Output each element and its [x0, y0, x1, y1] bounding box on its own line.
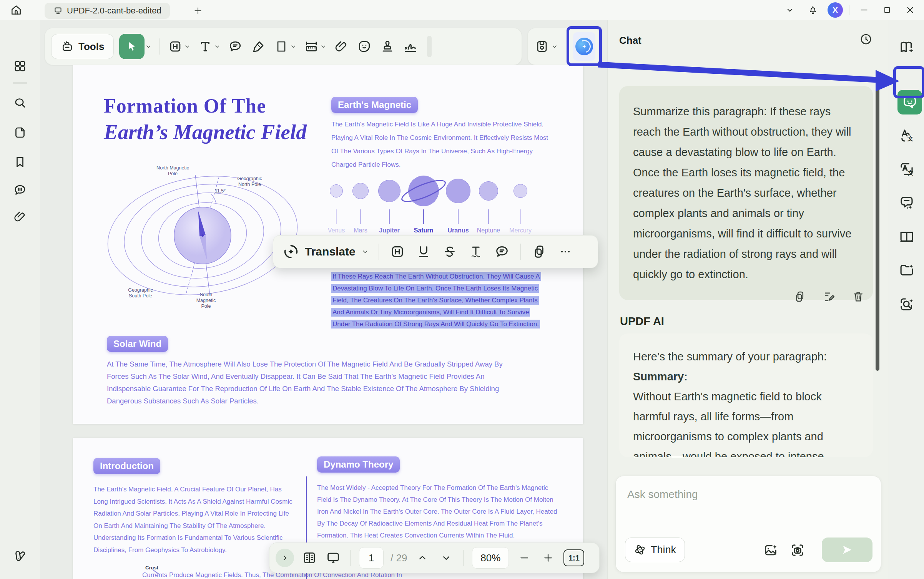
selected-paragraph[interactable]: If These Rays Reach The Earth Without Ob…: [331, 270, 543, 330]
translate-button[interactable]: Translate: [283, 243, 369, 260]
user-message-bubble: Summarize this paragraph: If these rays …: [619, 86, 873, 300]
home-button[interactable]: [5, 0, 27, 20]
selbar-heading-button[interactable]: [388, 241, 407, 262]
chat-input[interactable]: Ask something: [627, 488, 698, 501]
translate-page-button[interactable]: [898, 161, 915, 178]
label-geographic-north-pole: Geographic North Pole: [231, 176, 268, 187]
text-tool-button[interactable]: [196, 35, 214, 58]
expand-bar-button[interactable]: [276, 549, 294, 567]
two-page-icon: [302, 551, 317, 565]
bookmarks-panel-button[interactable]: [12, 154, 28, 170]
zoom-in-button[interactable]: [540, 548, 557, 567]
heading-tool-button[interactable]: [166, 35, 184, 58]
page-number-input[interactable]: 1: [359, 547, 384, 569]
measure-tool-button[interactable]: [302, 35, 320, 58]
previous-page-button[interactable]: [414, 548, 431, 567]
selbar-underline-button[interactable]: [414, 241, 433, 262]
two-page-view-button[interactable]: [301, 548, 318, 567]
screenshot-button[interactable]: [789, 542, 806, 558]
ai-write-button[interactable]: [898, 194, 915, 211]
send-button[interactable]: [822, 538, 872, 562]
attach-file-button[interactable]: [332, 35, 350, 58]
pages-panel-button[interactable]: [12, 125, 28, 140]
delete-message-button[interactable]: [851, 289, 866, 304]
close-button[interactable]: [902, 2, 919, 18]
annotations-panel-button[interactable]: [12, 182, 28, 198]
ai-swirl-outline-icon: [283, 243, 299, 260]
shape-tool-chevron-icon[interactable]: [289, 43, 297, 50]
chat-input-card: Ask something Think: [615, 476, 881, 572]
tools-button[interactable]: Tools: [51, 34, 114, 59]
edit-message-button[interactable]: [821, 289, 837, 304]
ai-files-button[interactable]: [898, 261, 915, 278]
translate-chevron-icon: [361, 247, 369, 256]
selbar-squiggly-button[interactable]: [467, 241, 485, 262]
translate-label: Translate: [305, 245, 356, 258]
reader-mode-button[interactable]: [898, 228, 915, 245]
new-tab-button[interactable]: [190, 3, 206, 18]
chat-history-button[interactable]: [857, 30, 875, 48]
appearance-button[interactable]: [12, 549, 28, 564]
text-tool-chevron-icon[interactable]: [213, 43, 221, 50]
attachments-panel-button[interactable]: [12, 209, 28, 224]
actual-size-button[interactable]: 1:1: [563, 549, 584, 566]
toolbar-divider: [159, 38, 160, 55]
insert-image-button[interactable]: [763, 542, 779, 558]
selbar-comment-button[interactable]: [493, 241, 511, 262]
notifications-button[interactable]: [804, 2, 821, 18]
selbar-strikethrough-button[interactable]: [440, 241, 459, 262]
save-button[interactable]: [533, 35, 551, 58]
ai-search-button[interactable]: [898, 296, 915, 313]
maximize-button[interactable]: [879, 2, 896, 18]
heading-icon: [168, 39, 183, 54]
window-controls: X: [781, 2, 919, 18]
zoom-level-input[interactable]: 80%: [472, 547, 509, 569]
search-panel-button[interactable]: [12, 95, 28, 111]
signature-icon: [403, 39, 418, 54]
page-icon: [13, 126, 27, 139]
selbar-more-button[interactable]: [556, 241, 575, 262]
highlighter-tool-button[interactable]: [249, 35, 267, 58]
underline-icon: [416, 244, 431, 259]
swatches-icon: [13, 549, 27, 564]
presentation-icon: [326, 550, 341, 566]
chat-scrollbar[interactable]: [876, 79, 879, 371]
section-text-earths-magnetic: The Earth's Magnetic Field Is Like A Hug…: [331, 118, 548, 171]
copy-icon: [793, 290, 806, 303]
selbar-copy-button[interactable]: [530, 241, 548, 262]
search-icon: [13, 96, 27, 110]
think-label: Think: [651, 544, 676, 556]
collapse-toolbar-chevron[interactable]: [781, 2, 798, 18]
think-button[interactable]: Think: [625, 538, 685, 562]
minimize-button[interactable]: [856, 2, 872, 18]
zoom-out-button[interactable]: [516, 548, 533, 567]
ai-summary-button[interactable]: [898, 38, 915, 55]
sticker-button[interactable]: [356, 35, 373, 58]
comment-bubble-icon: [494, 244, 510, 259]
comment-tool-button[interactable]: [226, 35, 244, 58]
measure-tool-chevron-icon[interactable]: [319, 43, 327, 50]
save-chevron-icon[interactable]: [551, 43, 558, 50]
presentation-button[interactable]: [325, 548, 342, 567]
document-tab[interactable]: UPDF-2.0-cant-be-edited: [45, 3, 170, 19]
sidebar-divider: [13, 82, 27, 84]
translate-text-button[interactable]: [898, 127, 915, 144]
toolbox-icon: [61, 40, 74, 53]
search-sparkle-icon: [899, 296, 915, 312]
thumbnails-panel-button[interactable]: [12, 58, 28, 74]
comment-bubble-icon: [228, 39, 243, 54]
shape-tool-button[interactable]: [273, 35, 290, 58]
camera-capture-icon: [790, 543, 805, 558]
doc-title-line1: Formation Of The: [104, 95, 266, 117]
select-tool-button[interactable]: [119, 34, 145, 59]
copy-icon: [532, 244, 547, 259]
next-page-button[interactable]: [438, 548, 455, 567]
select-tool-chevron-icon[interactable]: [145, 43, 152, 50]
signature-button[interactable]: [402, 35, 419, 58]
stamp-button[interactable]: [379, 35, 396, 58]
assistant-name: UPDF AI: [620, 315, 664, 328]
avatar[interactable]: X: [828, 2, 843, 18]
copy-message-button[interactable]: [792, 289, 808, 304]
heading-tool-chevron-icon[interactable]: [183, 43, 191, 50]
titlebar-divider: [849, 5, 849, 15]
